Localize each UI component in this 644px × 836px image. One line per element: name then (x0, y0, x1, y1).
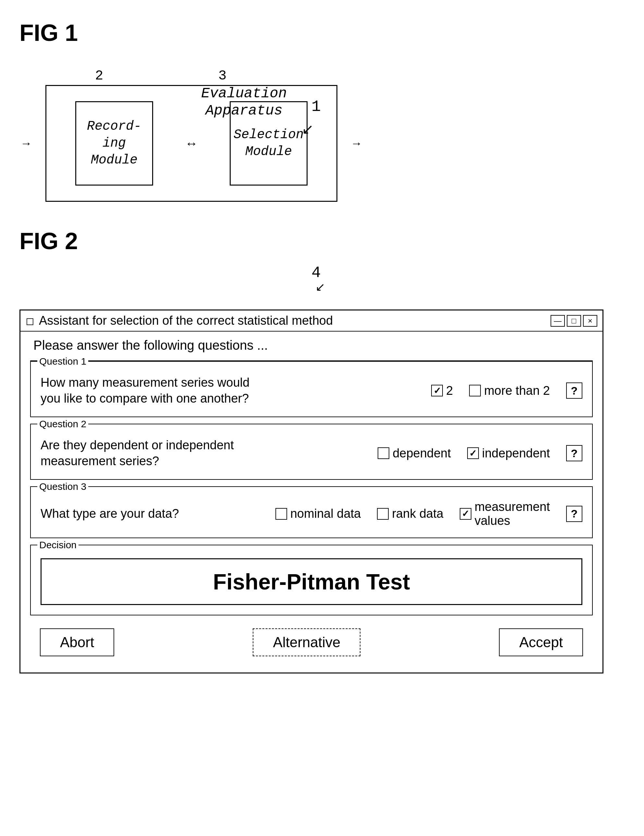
question2-option1[interactable]: dependent (378, 446, 451, 460)
question2-checkbox2[interactable] (467, 447, 479, 459)
accept-button[interactable]: Accept (499, 629, 583, 656)
question1-checkbox1[interactable] (431, 385, 443, 397)
question2-checkbox1[interactable] (378, 447, 389, 459)
question1-option1-label: 2 (446, 384, 453, 398)
question1-text: How many measurement series would you li… (41, 375, 261, 407)
left-arrow-icon: → (20, 137, 32, 150)
question3-content: What type are your data? nominal data ra… (31, 490, 592, 537)
bottom-buttons: Abort Alternative Accept (30, 625, 593, 663)
question2-section: Question 2 Are they dependent or indepen… (30, 424, 593, 480)
question2-content: Are they dependent or independent measur… (31, 428, 592, 479)
outer-box: 2 3 → Record- ing Module ↔ Selection Mod… (46, 85, 337, 202)
maximize-button[interactable]: □ (567, 315, 581, 327)
dialog-icon: ◻ (26, 315, 34, 327)
question3-option2-label: rank data (392, 507, 443, 521)
question3-option3[interactable]: measurement values (460, 500, 550, 528)
question1-help-button[interactable]: ? (566, 382, 582, 399)
right-arrow-icon: → (351, 137, 362, 150)
decision-result-text: Fisher-Pitman Test (213, 569, 410, 594)
num2-label: 2 (95, 68, 103, 84)
close-button[interactable]: × (583, 315, 597, 327)
question2-help-button[interactable]: ? (566, 445, 582, 461)
question3-checkbox3[interactable] (460, 508, 471, 520)
question2-text: Are they dependent or independent measur… (41, 437, 261, 469)
dialog-window: ◻ Assistant for selection of the correct… (20, 310, 603, 673)
question3-options: nominal data rank data measurement value… (192, 500, 582, 528)
fig1-section: FIG 1 Evaluation Apparatus ↙ 1 2 3 → Rec… (20, 13, 624, 202)
dialog-controls[interactable]: — □ × (551, 315, 597, 327)
question3-checkbox2[interactable] (377, 508, 389, 520)
question1-checkbox2[interactable] (469, 385, 481, 397)
num3-label: 3 (218, 68, 226, 84)
fig2-section: FIG 2 4 ↙ ◻ Assistant for selection of t… (20, 228, 624, 673)
question2-label: Question 2 (37, 418, 88, 429)
dialog-title-text: Assistant for selection of the correct s… (39, 314, 333, 328)
question3-checkbox1[interactable] (275, 508, 287, 520)
num4-label: 4 (311, 264, 321, 282)
question2-option2-label: independent (482, 446, 550, 460)
dialog-title-left: ◻ Assistant for selection of the correct… (26, 314, 333, 328)
question1-option2-label: more than 2 (484, 384, 550, 398)
num4-container: 4 ↙ (20, 264, 624, 290)
dialog-titlebar: ◻ Assistant for selection of the correct… (20, 310, 603, 331)
question1-option1[interactable]: 2 (431, 384, 453, 398)
num4-arrow: ↙ (315, 280, 325, 294)
decision-section: Decision Fisher-Pitman Test (30, 545, 593, 616)
fig1-label: FIG 1 (20, 20, 624, 46)
dialog-body: Please answer the following questions ..… (20, 331, 603, 673)
question3-option1[interactable]: nominal data (275, 507, 361, 521)
decision-result-box: Fisher-Pitman Test (41, 558, 582, 605)
fig2-label: FIG 2 (20, 228, 624, 254)
question1-label: Question 1 (37, 356, 88, 367)
question2-options: dependent independent ? (274, 445, 582, 461)
alternative-button[interactable]: Alternative (253, 629, 360, 656)
question3-help-button[interactable]: ? (566, 506, 582, 522)
double-arrow-icon: ↔ (185, 136, 198, 151)
question3-option1-label: nominal data (290, 507, 361, 521)
question3-option2[interactable]: rank data (377, 507, 443, 521)
decision-label: Decision (37, 539, 78, 550)
question3-option3-label: measurement values (475, 500, 550, 528)
question3-label: Question 3 (37, 481, 88, 492)
question2-option1-label: dependent (392, 446, 451, 460)
question1-option2[interactable]: more than 2 (469, 384, 550, 398)
question3-section: Question 3 What type are your data? nomi… (30, 486, 593, 538)
question1-content: How many measurement series would you li… (31, 365, 592, 416)
fig1-diagram: Evaluation Apparatus ↙ 1 2 3 → Record- i… (46, 85, 624, 202)
abort-button[interactable]: Abort (40, 629, 114, 656)
question1-options: 2 more than 2 ? (274, 382, 582, 399)
decision-content: Fisher-Pitman Test (31, 549, 592, 615)
question2-option2[interactable]: independent (467, 446, 550, 460)
question3-text: What type are your data? (41, 506, 179, 522)
minimize-button[interactable]: — (551, 315, 565, 327)
please-answer-text: Please answer the following questions ..… (30, 338, 593, 353)
recording-module-box: Record- ing Module (75, 101, 153, 186)
question1-section: Question 1 How many measurement series w… (30, 361, 593, 417)
selection-module-box: Selection Module (230, 101, 307, 186)
